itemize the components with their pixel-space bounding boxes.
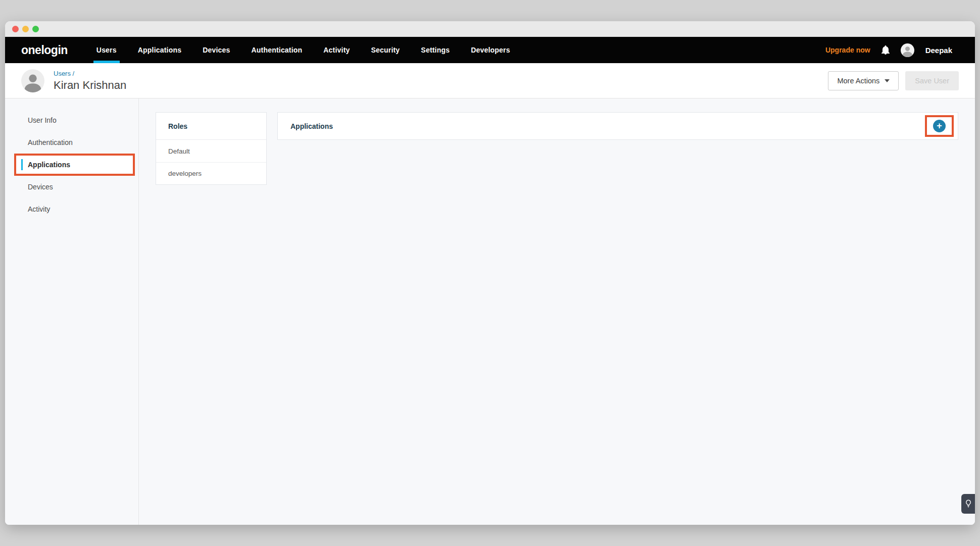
top-navbar: onelogin Users Applications Devices Auth… (5, 37, 975, 63)
add-application-annotation-box: + (925, 115, 954, 137)
help-tab[interactable] (961, 494, 975, 514)
minimize-window-button[interactable] (22, 26, 29, 32)
notifications-bell-icon[interactable] (881, 45, 890, 55)
page-header: Users / Kiran Krishnan More Actions Save… (5, 63, 975, 98)
user-menu-name[interactable]: Deepak (925, 46, 952, 55)
nav-tab-security[interactable]: Security (370, 37, 402, 63)
nav-items: Users Applications Devices Authenticatio… (86, 37, 521, 63)
roles-panel-title: Roles (156, 113, 266, 140)
sidebar-item-activity[interactable]: Activity (5, 198, 138, 220)
onelogin-logo[interactable]: onelogin (21, 43, 68, 57)
nav-tab-settings[interactable]: Settings (419, 37, 451, 63)
save-user-button[interactable]: Save User (905, 71, 959, 90)
nav-tab-activity[interactable]: Activity (322, 37, 351, 63)
active-indicator-bar (21, 159, 23, 170)
role-row-default[interactable]: Default (156, 140, 266, 162)
app-window: onelogin Users Applications Devices Auth… (5, 21, 975, 525)
nav-tab-authentication[interactable]: Authentication (250, 37, 304, 63)
user-sidebar: User Info Authentication Applications De… (5, 98, 139, 525)
window-titlebar (5, 21, 975, 37)
roles-panel: Roles Default developers (156, 112, 267, 185)
sidebar-item-label: Applications (28, 161, 70, 169)
breadcrumb-users-link[interactable]: Users / (54, 70, 126, 77)
plus-icon: + (937, 121, 942, 130)
navbar-right: Upgrade now Deepak (825, 37, 975, 63)
applications-panel-title: Applications (290, 122, 333, 130)
nav-tab-developers[interactable]: Developers (469, 37, 511, 63)
upgrade-now-link[interactable]: Upgrade now (825, 46, 870, 54)
traffic-lights (12, 26, 39, 32)
role-row-developers[interactable]: developers (156, 162, 266, 184)
nav-tab-devices[interactable]: Devices (201, 37, 231, 63)
page-title: Kiran Krishnan (54, 79, 126, 92)
sidebar-item-devices[interactable]: Devices (5, 176, 138, 198)
sidebar-item-user-info[interactable]: User Info (5, 109, 138, 131)
main-panels: Roles Default developers Applications + (139, 98, 975, 525)
user-avatar[interactable] (901, 43, 914, 57)
header-actions: More Actions Save User (828, 71, 959, 90)
close-window-button[interactable] (12, 26, 19, 32)
content-area: User Info Authentication Applications De… (5, 98, 975, 525)
lightbulb-icon (965, 500, 971, 508)
zoom-window-button[interactable] (32, 26, 39, 32)
header-text: Users / Kiran Krishnan (54, 70, 126, 92)
sidebar-item-applications[interactable]: Applications (14, 154, 135, 176)
more-actions-button[interactable]: More Actions (828, 71, 899, 90)
profile-avatar (21, 69, 44, 92)
nav-tab-applications[interactable]: Applications (136, 37, 183, 63)
more-actions-label: More Actions (837, 77, 879, 85)
caret-down-icon (885, 79, 890, 82)
sidebar-item-authentication[interactable]: Authentication (5, 131, 138, 154)
nav-tab-users[interactable]: Users (95, 37, 118, 63)
applications-panel: Applications + (277, 112, 958, 140)
add-application-button[interactable]: + (933, 120, 946, 132)
